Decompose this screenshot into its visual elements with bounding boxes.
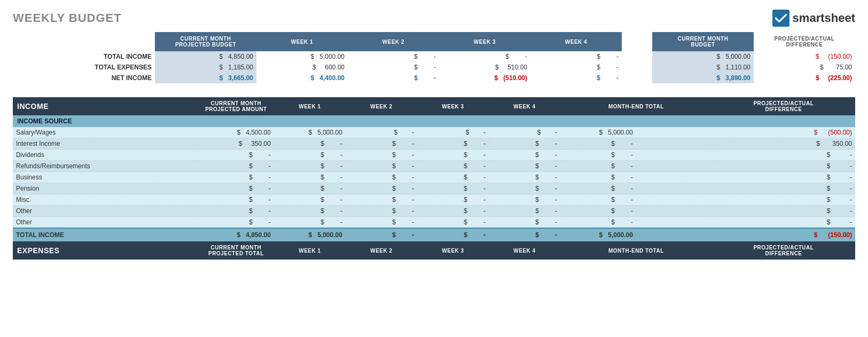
other1-w3: $ -	[417, 206, 489, 217]
income-total-w1: $ 5,000.00	[274, 228, 346, 241]
interest-w2: $ -	[346, 138, 417, 150]
misc-w3: $ -	[417, 194, 489, 206]
income-total-label: TOTAL INCOME	[13, 228, 198, 241]
salary-label: Salary/Wages	[13, 127, 198, 138]
income-row-other2: Other $ - $ - $ - $ - $ - $ - $ -	[13, 217, 855, 229]
expenses-col-diff: PROJECTED/ACTUALDIFFERENCE	[712, 241, 855, 260]
income-col-proj: CURRENT MONTHPROJECTED AMOUNT	[198, 97, 274, 115]
interest-w4: $ -	[489, 138, 560, 150]
expenses-col-week3: WEEK 3	[417, 241, 489, 260]
summary-net-budget: $ 3,890.00	[652, 73, 754, 83]
summary-net-diff: $ (225.00)	[754, 73, 855, 83]
summary-income-w4: $ -	[530, 51, 622, 62]
income-col-week4: WEEK 4	[489, 97, 560, 115]
income-total-row: TOTAL INCOME $ 4,850.00 $ 5,000.00 $ - $…	[13, 228, 855, 241]
income-col-week3: WEEK 3	[417, 97, 489, 115]
pension-month-end: $ -	[560, 183, 636, 194]
refunds-label: Refunds/Reimbursements	[13, 161, 198, 172]
dividends-w2: $ -	[346, 150, 417, 161]
other1-w2: $ -	[346, 206, 417, 217]
expenses-section-label: EXPENSES	[13, 241, 198, 260]
summary-net-w2: $ -	[348, 73, 439, 83]
income-total-w4: $ -	[489, 228, 560, 241]
summary-section: CURRENT MONTHPROJECTED BUDGET WEEK 1 WEE…	[0, 32, 868, 92]
interest-w3: $ -	[417, 138, 489, 150]
dividends-w3: $ -	[417, 150, 489, 161]
logo-text: smartsheet	[793, 11, 855, 25]
income-col-week2: WEEK 2	[346, 97, 417, 115]
income-row-other1: Other $ - $ - $ - $ - $ - $ - $ -	[13, 206, 855, 217]
other2-month-end: $ -	[560, 217, 636, 229]
income-row-misc: Misc. $ - $ - $ - $ - $ - $ - $ -	[13, 194, 855, 206]
dividends-diff: $ -	[712, 150, 855, 161]
income-total-proj: $ 4,850.00	[198, 228, 274, 241]
interest-diff: $ 350.00	[712, 138, 855, 150]
income-row-refunds: Refunds/Reimbursements $ - $ - $ - $ - $…	[13, 161, 855, 172]
summary-col-curr-budget: CURRENT MONTHBUDGET	[652, 32, 754, 51]
summary-col-week1: WEEK 1	[256, 32, 348, 51]
pension-label: Pension	[13, 183, 198, 194]
app-title: WEEKLY BUDGET	[13, 11, 122, 25]
smartsheet-logo-icon	[772, 10, 789, 27]
refunds-month-end: $ -	[560, 161, 636, 172]
misc-w4: $ -	[489, 194, 560, 206]
expenses-col-month-end: MONTH-END TOTAL	[560, 241, 712, 260]
summary-net-w4: $ -	[530, 73, 622, 83]
other1-w1: $ -	[274, 206, 346, 217]
summary-net-proj: $ 3,665.00	[155, 73, 256, 83]
summary-net-w1: $ 4,400.00	[256, 73, 348, 83]
pension-w3: $ -	[417, 183, 489, 194]
dividends-label: Dividends	[13, 150, 198, 161]
summary-expenses-w3: $ 510.00	[439, 62, 530, 73]
misc-month-end: $ -	[560, 194, 636, 206]
expenses-col-week1: WEEK 1	[274, 241, 346, 260]
salary-proj: $ 4,500.00	[198, 127, 274, 138]
misc-proj: $ -	[198, 194, 274, 206]
summary-income-w1: $ 5,000.00	[256, 51, 348, 62]
summary-income-label: TOTAL INCOME	[13, 51, 155, 62]
summary-col-week3: WEEK 3	[439, 32, 530, 51]
misc-diff: $ -	[712, 194, 855, 206]
business-proj: $ -	[198, 172, 274, 183]
income-row-salary: Salary/Wages $ 4,500.00 $ 5,000.00 $ - $…	[13, 127, 855, 138]
summary-income-w3: $ -	[439, 51, 530, 62]
refunds-w2: $ -	[346, 161, 417, 172]
interest-w1: $ -	[274, 138, 346, 150]
summary-net-w3: $ (510.00)	[439, 73, 530, 83]
summary-table: CURRENT MONTHPROJECTED BUDGET WEEK 1 WEE…	[13, 32, 855, 83]
refunds-diff: $ -	[712, 161, 855, 172]
business-diff: $ -	[712, 172, 855, 183]
summary-row-net: NET INCOME $ 3,665.00 $ 4,400.00 $ - $ (…	[13, 73, 855, 83]
other1-diff: $ -	[712, 206, 855, 217]
summary-expenses-budget: $ 1,110.00	[652, 62, 754, 73]
interest-proj: $ 350.00	[198, 138, 274, 150]
income-section-header: INCOME CURRENT MONTHPROJECTED AMOUNT WEE…	[13, 97, 855, 115]
summary-expenses-proj: $ 1,185.00	[155, 62, 256, 73]
refunds-w4: $ -	[489, 161, 560, 172]
business-w2: $ -	[346, 172, 417, 183]
summary-income-proj: $ 4,850.00	[155, 51, 256, 62]
expenses-col-week2: WEEK 2	[346, 241, 417, 260]
misc-w2: $ -	[346, 194, 417, 206]
other2-diff: $ -	[712, 217, 855, 229]
pension-w1: $ -	[274, 183, 346, 194]
summary-income-budget: $ 5,000.00	[652, 51, 754, 62]
summary-expenses-w4: $ -	[530, 62, 622, 73]
logo-area: smartsheet	[772, 10, 855, 27]
business-label: Business	[13, 172, 198, 183]
income-row-interest: Interest Income $ 350.00 $ - $ - $ - $ -…	[13, 138, 855, 150]
main-section: INCOME CURRENT MONTHPROJECTED AMOUNT WEE…	[0, 92, 868, 260]
income-row-business: Business $ - $ - $ - $ - $ - $ - $ -	[13, 172, 855, 183]
income-col-week1: WEEK 1	[274, 97, 346, 115]
income-source-label: INCOME SOURCE	[13, 115, 855, 127]
summary-col-diff: PROJECTED/ACTUALDIFFERENCE	[754, 32, 855, 51]
business-w1: $ -	[274, 172, 346, 183]
dividends-month-end: $ -	[560, 150, 636, 161]
expenses-section-header: EXPENSES CURRENT MONTHPROJECTED TOTAL WE…	[13, 241, 855, 260]
summary-expenses-diff: $ 75.00	[754, 62, 855, 73]
salary-w3: $ -	[417, 127, 489, 138]
misc-w1: $ -	[274, 194, 346, 206]
other1-month-end: $ -	[560, 206, 636, 217]
income-total-diff: $ (150.00)	[712, 228, 855, 241]
other2-label: Other	[13, 217, 198, 229]
